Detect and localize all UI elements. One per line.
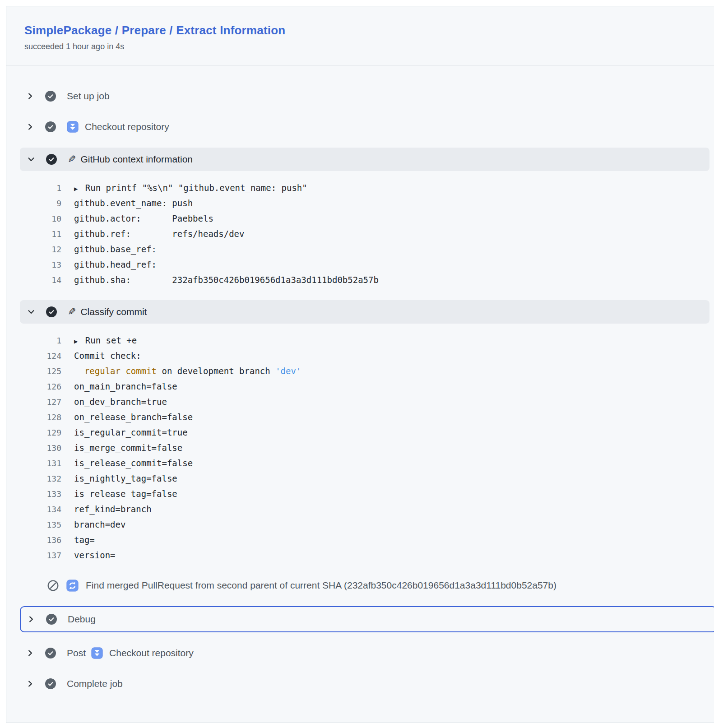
chevron-right-icon[interactable]: [26, 123, 34, 131]
success-check-icon: [45, 678, 56, 689]
line-number[interactable]: 135: [20, 520, 61, 529]
log-line: 129 is_regular_commit=true: [20, 425, 714, 440]
line-text: ref_kind=branch: [74, 504, 152, 514]
step-label: Find merged PullRequest from second pare…: [86, 580, 556, 591]
line-text: ▶ Run set +e: [74, 335, 137, 345]
log-line: 128 on_release_branch=false: [20, 409, 714, 425]
chevron-right-icon[interactable]: [26, 680, 34, 688]
step-post-checkout-repository: PostCheckout repository: [20, 643, 714, 663]
chevron-down-icon[interactable]: [27, 155, 35, 163]
chevron-down-icon[interactable]: [27, 308, 35, 316]
line-text: is_merge_commit=false: [74, 443, 182, 453]
job-header: SimplePackage / Prepare / Extract Inform…: [6, 6, 714, 65]
line-text: ▶ Run printf "%s\n" "github.event_name: …: [74, 183, 307, 193]
pencil-icon: ✎: [68, 154, 76, 164]
steps-list: Set up job Checkout repository ✎ GitHub …: [6, 65, 714, 723]
line-number[interactable]: 136: [20, 535, 61, 545]
step-debug: Debug: [20, 606, 714, 632]
step-label: Checkout repository: [85, 121, 169, 132]
line-number[interactable]: 1: [20, 183, 61, 193]
line-text: on_main_branch=false: [74, 381, 177, 391]
line-number[interactable]: 12: [20, 245, 61, 254]
chevron-right-icon[interactable]: [27, 615, 35, 623]
step-github-context-information: ✎ GitHub context information 1 ▶ Run pri…: [20, 148, 714, 287]
success-check-icon: [46, 306, 57, 317]
log-line: 11 github.ref: refs/heads/dev: [20, 226, 714, 241]
line-text: branch=dev: [74, 519, 125, 529]
checkout-action-icon: [67, 121, 79, 133]
chevron-right-icon[interactable]: [26, 92, 34, 100]
success-check-icon: [45, 648, 56, 658]
log-line: 136 tag=: [20, 532, 714, 547]
line-text: is_nightly_tag=false: [74, 473, 177, 483]
line-text: github.sha: 232afb350c426b019656d1a3a3d1…: [74, 275, 379, 285]
checkout-action-icon: [91, 647, 103, 659]
line-number[interactable]: 131: [20, 459, 61, 468]
success-check-icon: [46, 154, 57, 165]
line-number[interactable]: 10: [20, 214, 61, 223]
line-number[interactable]: 134: [20, 505, 61, 514]
line-text: on_dev_branch=true: [74, 397, 167, 407]
job-title-link[interactable]: SimplePackage / Prepare / Extract Inform…: [24, 23, 696, 37]
step-classify-commit: ✎ Classify commit 1 ▶ Run set +e 124 Com…: [20, 300, 714, 563]
line-text: version=: [74, 550, 116, 560]
log-line: 125 regular commit on development branch…: [20, 363, 714, 379]
log-block-github-context-information: 1 ▶ Run printf "%s\n" "github.event_name…: [20, 180, 714, 287]
step-label: Complete job: [67, 678, 123, 689]
line-number[interactable]: 13: [20, 260, 61, 269]
line-number[interactable]: 129: [20, 428, 61, 437]
log-line: 124 Commit check:: [20, 348, 714, 363]
line-number[interactable]: 128: [20, 413, 61, 422]
line-text: github.base_ref:: [74, 244, 157, 254]
line-number[interactable]: 14: [20, 275, 61, 285]
step-header-post-checkout-repository[interactable]: PostCheckout repository: [20, 643, 714, 663]
line-text: github.head_ref:: [74, 260, 157, 269]
line-text: is_release_tag=false: [74, 489, 177, 499]
step-label: GitHub context information: [80, 154, 193, 165]
line-number[interactable]: 133: [20, 489, 61, 499]
log-line: 126 on_main_branch=false: [20, 379, 714, 394]
line-number[interactable]: 127: [20, 397, 61, 407]
step-label: Checkout repository: [109, 648, 194, 658]
step-checkout-repository: Checkout repository: [20, 117, 714, 137]
step-header-complete-job[interactable]: Complete job: [20, 674, 714, 694]
sync-action-icon: [66, 580, 79, 592]
step-header-set-up-job[interactable]: Set up job: [20, 86, 714, 106]
step-header-find-merged-pullrequest[interactable]: Find merged PullRequest from second pare…: [36, 575, 714, 595]
step-header-debug[interactable]: Debug: [21, 607, 714, 631]
line-text: is_release_commit=false: [74, 458, 193, 468]
step-header-classify-commit[interactable]: ✎ Classify commit: [20, 300, 709, 324]
line-number[interactable]: 11: [20, 229, 61, 239]
log-line: 1 ▶ Run printf "%s\n" "github.event_name…: [20, 180, 714, 195]
log-line: 9 github.event_name: push: [20, 195, 714, 211]
line-number[interactable]: 125: [20, 366, 61, 376]
chevron-right-icon[interactable]: [26, 649, 34, 657]
line-number[interactable]: 9: [20, 199, 61, 208]
step-find-merged-pullrequest: Find merged PullRequest from second pare…: [20, 575, 714, 595]
log-line: 14 github.sha: 232afb350c426b019656d1a3a…: [20, 272, 714, 287]
line-number[interactable]: 1: [20, 336, 61, 345]
line-number[interactable]: 130: [20, 443, 61, 453]
log-line: 12 github.base_ref:: [20, 241, 714, 257]
line-text: regular commit on development branch 'de…: [74, 366, 301, 376]
line-text: on_release_branch=false: [74, 412, 193, 422]
step-header-github-context-information[interactable]: ✎ GitHub context information: [20, 148, 709, 171]
line-number[interactable]: 137: [20, 551, 61, 560]
step-label: Debug: [68, 614, 96, 625]
line-text: github.ref: refs/heads/dev: [74, 229, 245, 239]
log-line: 1 ▶ Run set +e: [20, 333, 714, 348]
line-text: tag=: [74, 535, 95, 545]
line-number[interactable]: 126: [20, 382, 61, 391]
line-text: github.actor: Paebbels: [74, 213, 213, 223]
step-label: Set up job: [67, 91, 110, 102]
log-line: 133 is_release_tag=false: [20, 486, 714, 501]
step-label-prefix: Post: [67, 648, 86, 658]
line-number[interactable]: 132: [20, 474, 61, 483]
step-header-checkout-repository[interactable]: Checkout repository: [20, 117, 714, 137]
log-line: 132 is_nightly_tag=false: [20, 471, 714, 486]
log-line: 134 ref_kind=branch: [20, 501, 714, 517]
log-line: 131 is_release_commit=false: [20, 455, 714, 471]
log-line: 10 github.actor: Paebbels: [20, 211, 714, 226]
line-number[interactable]: 124: [20, 351, 61, 361]
job-log-panel: SimplePackage / Prepare / Extract Inform…: [6, 6, 714, 723]
